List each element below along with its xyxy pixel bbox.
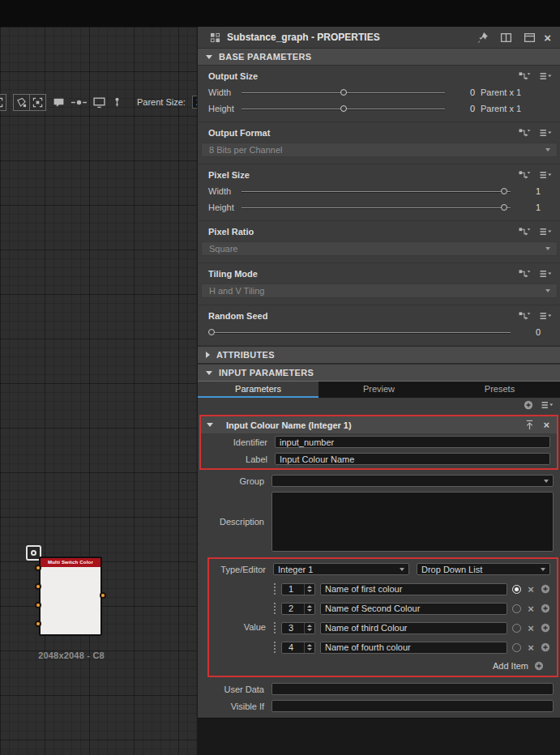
height-slider[interactable] xyxy=(242,105,445,113)
random-seed-slider[interactable] xyxy=(208,328,511,337)
cropped-tool-icon[interactable] xyxy=(0,94,6,111)
function-icon[interactable] xyxy=(518,311,531,321)
graph-canvas[interactable]: Parent Size: 2 Multi Switch Color 2048x2… xyxy=(0,27,197,755)
pin-icon[interactable] xyxy=(477,32,489,44)
parameters-menu-icon[interactable] xyxy=(541,400,554,410)
function-icon[interactable] xyxy=(518,269,531,279)
item-name-input[interactable]: Name of first colour xyxy=(320,583,507,595)
float-window-icon[interactable] xyxy=(524,32,536,44)
stepper-arrows-icon[interactable] xyxy=(304,623,314,633)
group-title: Random Seed xyxy=(208,311,510,321)
parameter-menu-icon[interactable] xyxy=(539,71,552,81)
parent-link[interactable]: Parent x 1 xyxy=(481,104,552,113)
default-value-radio[interactable] xyxy=(512,643,521,652)
width-slider[interactable] xyxy=(242,88,445,97)
tiling-mode-dropdown[interactable]: H and V Tiling xyxy=(201,284,558,298)
height-slider[interactable] xyxy=(242,203,511,212)
close-icon[interactable]: × xyxy=(542,32,553,44)
drag-handle-icon[interactable] xyxy=(273,582,276,595)
identifier-input[interactable]: input_number xyxy=(275,436,550,448)
delete-item-icon[interactable]: × xyxy=(526,623,536,633)
input-connector[interactable] xyxy=(35,565,41,571)
remove-parameter-icon[interactable]: × xyxy=(541,420,551,430)
pixel-ratio-dropdown[interactable]: Square xyxy=(201,241,558,256)
input-parameter-header[interactable]: Input Colour Name (Integer 1) × xyxy=(201,416,557,433)
output-format-dropdown[interactable]: 8 Bits per Channel xyxy=(201,143,558,157)
type-dropdown[interactable]: Integer 1 xyxy=(273,563,409,575)
delete-item-icon[interactable]: × xyxy=(526,642,536,653)
add-parameter-icon[interactable] xyxy=(524,400,533,410)
function-icon[interactable] xyxy=(518,71,531,81)
user-data-input[interactable] xyxy=(271,683,554,695)
insert-item-icon[interactable] xyxy=(541,623,550,633)
group-dropdown[interactable] xyxy=(271,475,554,487)
label-input[interactable]: Input Colour Name xyxy=(275,453,550,465)
annotation-box-identifier: Input Colour Name (Integer 1) × Identifi… xyxy=(199,415,558,470)
delete-item-icon[interactable]: × xyxy=(526,584,536,595)
dropdown-value: 8 Bits per Channel xyxy=(209,145,283,155)
item-number-input[interactable]: 2 xyxy=(281,603,315,615)
section-attributes[interactable]: ATTRIBUTES xyxy=(198,346,560,364)
row-label: Height xyxy=(208,104,236,113)
default-value-radio[interactable] xyxy=(512,624,521,633)
section-base-parameters[interactable]: BASE PARAMETERS xyxy=(198,48,560,66)
item-name-input[interactable]: Name of Second Colour xyxy=(320,603,507,615)
tab-preview[interactable]: Preview xyxy=(318,382,439,398)
output-connector[interactable] xyxy=(100,592,106,599)
item-name-input[interactable]: Name of third Colour xyxy=(320,622,507,634)
parameter-menu-icon[interactable] xyxy=(539,128,552,138)
stepper-arrows-icon[interactable] xyxy=(304,642,314,653)
node-multi-switch-color[interactable]: Multi Switch Color xyxy=(39,557,102,636)
editor-dropdown[interactable]: Drop Down List xyxy=(417,563,550,575)
item-name-input[interactable]: Name of fourth colour xyxy=(320,642,507,654)
frame-tool-icon[interactable] xyxy=(29,94,46,111)
stepper-arrows-icon[interactable] xyxy=(304,604,314,614)
transform-tool-icon[interactable] xyxy=(13,94,30,111)
stepper-arrows-icon[interactable] xyxy=(304,584,314,595)
width-slider[interactable] xyxy=(242,187,511,196)
item-number-input[interactable]: 3 xyxy=(281,622,315,634)
drag-handle-icon[interactable] xyxy=(273,621,276,634)
width-value[interactable]: 1 xyxy=(516,186,541,196)
delete-item-icon[interactable]: × xyxy=(526,604,536,614)
visible-if-input[interactable] xyxy=(271,700,554,712)
input-connector[interactable] xyxy=(35,602,41,608)
input-connector[interactable] xyxy=(35,583,41,590)
tab-presets[interactable]: Presets xyxy=(439,382,560,398)
layout-columns-icon[interactable] xyxy=(500,32,512,44)
visible-if-label: Visible If xyxy=(204,702,264,711)
connection-dot-icon[interactable] xyxy=(71,96,87,109)
node-group: Multi Switch Color 2048x2048 - C8 xyxy=(23,544,120,681)
height-value[interactable]: 1 xyxy=(516,203,541,212)
width-value[interactable]: 0 xyxy=(451,87,475,97)
insert-item-icon[interactable] xyxy=(541,604,550,613)
description-input[interactable] xyxy=(271,492,554,552)
tab-parameters[interactable]: Parameters xyxy=(198,382,318,398)
insert-item-icon[interactable] xyxy=(541,642,550,652)
insert-item-icon[interactable] xyxy=(541,584,550,594)
function-icon[interactable] xyxy=(518,128,531,138)
parameter-menu-icon[interactable] xyxy=(539,311,552,321)
pin-icon[interactable] xyxy=(112,97,122,108)
add-item-button[interactable]: Add Item xyxy=(273,657,550,674)
parameter-menu-icon[interactable] xyxy=(539,227,552,237)
parameter-menu-icon[interactable] xyxy=(539,170,552,180)
drag-handle-icon[interactable] xyxy=(273,602,276,615)
section-input-parameters[interactable]: INPUT PARAMETERS xyxy=(198,364,560,382)
item-number-input[interactable]: 1 xyxy=(281,583,315,595)
parent-link[interactable]: Parent x 1 xyxy=(481,87,552,97)
function-icon[interactable] xyxy=(518,227,531,237)
height-value[interactable]: 0 xyxy=(451,104,475,113)
drag-handle-icon[interactable] xyxy=(273,641,276,654)
function-icon[interactable] xyxy=(518,170,531,180)
item-number-input[interactable]: 4 xyxy=(281,642,315,654)
parameters-tab-bar: Parameters Preview Presets xyxy=(198,382,560,398)
parameter-menu-icon[interactable] xyxy=(539,269,552,279)
comment-icon[interactable] xyxy=(53,96,65,109)
display-icon[interactable] xyxy=(93,96,105,109)
default-value-radio[interactable] xyxy=(512,604,521,613)
random-seed-value[interactable]: 0 xyxy=(516,327,541,337)
expose-icon[interactable] xyxy=(524,420,535,430)
default-value-radio[interactable] xyxy=(512,585,521,594)
input-connector[interactable] xyxy=(35,621,41,627)
